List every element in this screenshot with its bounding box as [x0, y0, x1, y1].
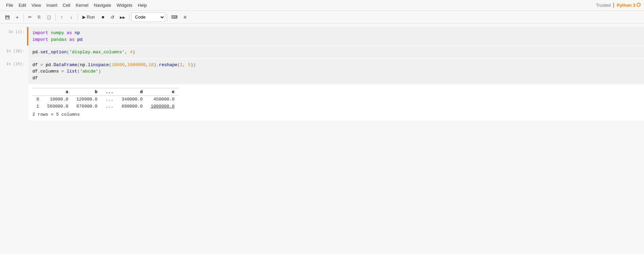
cell-row0-b: 120000.0: [72, 96, 101, 103]
table-header-row: a b ... d e: [32, 88, 179, 96]
toolbar: Run Code: [0, 11, 644, 24]
copy-icon: [38, 15, 41, 20]
cell-row1-e[interactable]: 1000000.0: [147, 103, 178, 110]
table-row: 0 10000.0 120000.0 ... 340000.0 450000.0: [32, 96, 179, 103]
copy-button[interactable]: [35, 12, 44, 22]
keyboard-shortcuts-button[interactable]: [169, 12, 180, 22]
dataframe-table: a b ... d e 0 10000.0 120000.0 ... 34000…: [32, 88, 179, 110]
keyboard-icon: [171, 15, 178, 20]
cell-row0-d: 340000.0: [118, 96, 147, 103]
notebook: In [1]: import numpy as np import pandas…: [0, 24, 644, 254]
cell-19-line-1: df = pd.DataFrame(np.linspace(10000,1000…: [32, 62, 640, 68]
add-icon: [16, 14, 19, 20]
trusted-label: Trusted: [596, 3, 611, 8]
menu-view[interactable]: View: [29, 2, 44, 8]
run-label: Run: [87, 15, 95, 20]
move-down-button[interactable]: [67, 12, 76, 22]
cell-row1-index: 1: [32, 103, 43, 110]
save-icon: [5, 15, 10, 20]
save-button[interactable]: [3, 12, 12, 22]
cell-19-label: In [19]:: [0, 59, 27, 84]
menu-insert[interactable]: Insert: [44, 2, 60, 8]
cell-type-select[interactable]: Code: [131, 12, 165, 22]
cell-row1-ellipsis: ...: [102, 103, 118, 110]
refresh-icon: [110, 15, 114, 20]
cell-row1-b: 670000.0: [72, 103, 101, 110]
cell-row0-index: 0: [32, 96, 43, 103]
cell-18-label: In [18]:: [0, 46, 27, 58]
output-area: a b ... d e 0 10000.0 120000.0 ... 34000…: [28, 85, 644, 120]
col-header-b: b: [72, 88, 101, 96]
restart-button[interactable]: [108, 12, 117, 22]
restart-run-button[interactable]: [118, 12, 128, 22]
col-header-ellipsis: ...: [102, 88, 118, 96]
cell-19-content[interactable]: df = pd.DataFrame(np.linspace(10000,1000…: [28, 59, 644, 84]
cell-row0-a: 10000.0: [43, 96, 72, 103]
cell-19-line-2: df.columns = list('abcde'): [32, 68, 640, 75]
toolbar-separator-5: [167, 13, 167, 21]
dataframe-summary: 2 rows × 5 columns: [32, 112, 640, 117]
cut-icon: [28, 15, 32, 20]
paste-button[interactable]: [44, 12, 54, 22]
kernel-indicator: Trusted Python 3: [596, 3, 641, 8]
cell-1-content[interactable]: import numpy as np import pandas as pd: [28, 27, 644, 46]
cell-1-label: In [1]:: [0, 27, 27, 46]
cell-18-content[interactable]: pd.set_option('display.max_columns', 4): [28, 46, 644, 58]
run-button[interactable]: Run: [79, 12, 98, 22]
col-header-d: d: [118, 88, 147, 96]
menu-widgets[interactable]: Widgets: [114, 2, 135, 8]
kernel-name: Python 3: [613, 3, 641, 8]
cell-row0-e: 450000.0: [147, 96, 178, 103]
cut-button[interactable]: [25, 12, 34, 22]
toolbar-separator-2: [55, 13, 56, 21]
cell-18-line-1: pd.set_option('display.max_columns', 4): [32, 49, 640, 56]
toolbar-separator-4: [129, 13, 130, 21]
stop-icon: [102, 15, 104, 20]
add-cell-button[interactable]: [13, 12, 22, 22]
col-header-index: [32, 88, 43, 96]
menu-navigate[interactable]: Navigate: [91, 2, 114, 8]
cell-1-line-1: import numpy as np: [32, 30, 640, 36]
cell-row1-d: 890000.0: [118, 103, 147, 110]
command-palette-button[interactable]: [181, 12, 189, 22]
toolbar-separator-1: [23, 13, 24, 21]
col-header-a: a: [43, 88, 72, 96]
cell-19[interactable]: In [19]: df = pd.DataFrame(np.linspace(1…: [0, 59, 644, 84]
up-icon: [61, 15, 63, 20]
stop-button[interactable]: [99, 12, 107, 22]
cell-1[interactable]: In [1]: import numpy as np import pandas…: [0, 27, 644, 46]
menu-file[interactable]: File: [3, 2, 16, 8]
menubar: File Edit View Insert Cell Kernel Naviga…: [0, 0, 644, 11]
down-icon: [70, 15, 73, 20]
menu-help[interactable]: Help: [135, 2, 150, 8]
menu-cell[interactable]: Cell: [60, 2, 73, 8]
col-header-e: e: [147, 88, 178, 96]
command-icon: [183, 14, 186, 20]
ff-icon: [120, 15, 125, 20]
toolbar-separator-3: [77, 13, 78, 21]
menu-edit[interactable]: Edit: [16, 2, 29, 8]
menu-kernel[interactable]: Kernel: [73, 2, 91, 8]
kernel-status-circle: [637, 3, 641, 7]
cell-18[interactable]: In [18]: pd.set_option('display.max_colu…: [0, 46, 644, 58]
play-icon: [82, 15, 86, 20]
cell-1-line-2: import pandas as pd: [32, 36, 640, 43]
cell-row0-ellipsis: ...: [102, 96, 118, 103]
move-up-button[interactable]: [57, 12, 66, 22]
paste-icon: [47, 15, 51, 20]
cell-row1-a: 560000.0: [43, 103, 72, 110]
cell-19-line-3: df: [32, 75, 640, 82]
table-row: 1 560000.0 670000.0 ... 890000.0 1000000…: [32, 103, 179, 110]
